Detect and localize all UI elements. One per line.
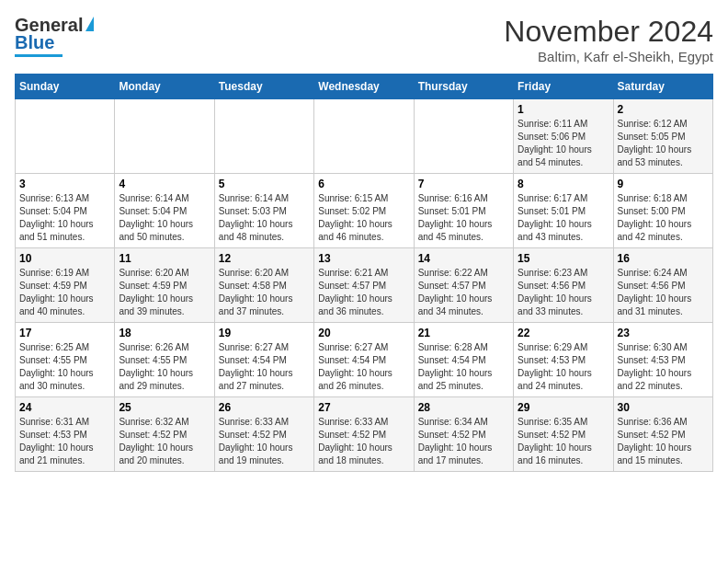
day-number: 30 (618, 401, 709, 414)
day-info: Sunrise: 6:14 AM Sunset: 5:03 PM Dayligh… (219, 192, 310, 244)
calendar-cell: 22Sunrise: 6:29 AM Sunset: 4:53 PM Dayli… (514, 323, 613, 397)
day-info: Sunrise: 6:34 AM Sunset: 4:52 PM Dayligh… (418, 416, 509, 467)
day-number: 3 (19, 178, 110, 190)
day-number: 23 (618, 327, 709, 339)
day-info: Sunrise: 6:27 AM Sunset: 4:54 PM Dayligh… (318, 341, 409, 393)
title-area: November 2024 Baltim, Kafr el-Sheikh, Eg… (504, 15, 713, 64)
day-info: Sunrise: 6:33 AM Sunset: 4:52 PM Dayligh… (318, 416, 409, 467)
day-number: 22 (518, 327, 609, 339)
weekday-header-thursday: Thursday (414, 75, 513, 99)
logo-triangle-icon (85, 17, 94, 31)
day-info: Sunrise: 6:27 AM Sunset: 4:54 PM Dayligh… (219, 341, 310, 393)
day-number: 27 (318, 401, 409, 414)
calendar-cell: 3Sunrise: 6:13 AM Sunset: 5:04 PM Daylig… (16, 174, 115, 248)
day-number: 24 (19, 401, 110, 414)
day-info: Sunrise: 6:13 AM Sunset: 5:04 PM Dayligh… (19, 192, 110, 244)
logo: General Blue (15, 15, 94, 57)
location-title: Baltim, Kafr el-Sheikh, Egypt (504, 49, 713, 64)
calendar-cell: 17Sunrise: 6:25 AM Sunset: 4:55 PM Dayli… (16, 323, 115, 397)
day-number: 14 (418, 252, 509, 265)
day-info: Sunrise: 6:21 AM Sunset: 4:57 PM Dayligh… (318, 267, 409, 318)
calendar-cell: 2Sunrise: 6:12 AM Sunset: 5:05 PM Daylig… (613, 99, 712, 174)
day-number: 26 (219, 401, 310, 414)
day-info: Sunrise: 6:18 AM Sunset: 5:00 PM Dayligh… (618, 192, 709, 244)
calendar-cell: 16Sunrise: 6:24 AM Sunset: 4:56 PM Dayli… (613, 248, 712, 323)
calendar-cell: 13Sunrise: 6:21 AM Sunset: 4:57 PM Dayli… (314, 248, 414, 323)
day-info: Sunrise: 6:22 AM Sunset: 4:57 PM Dayligh… (418, 267, 509, 318)
month-title: November 2024 (504, 15, 713, 49)
calendar-cell: 30Sunrise: 6:36 AM Sunset: 4:52 PM Dayli… (613, 397, 712, 472)
day-info: Sunrise: 6:19 AM Sunset: 4:59 PM Dayligh… (19, 267, 110, 318)
weekday-header-sunday: Sunday (16, 75, 115, 99)
day-info: Sunrise: 6:20 AM Sunset: 4:59 PM Dayligh… (119, 267, 210, 318)
calendar-cell: 24Sunrise: 6:31 AM Sunset: 4:53 PM Dayli… (16, 397, 115, 472)
calendar-cell: 10Sunrise: 6:19 AM Sunset: 4:59 PM Dayli… (16, 248, 115, 323)
day-info: Sunrise: 6:14 AM Sunset: 5:04 PM Dayligh… (119, 192, 210, 244)
day-info: Sunrise: 6:12 AM Sunset: 5:05 PM Dayligh… (618, 118, 709, 169)
day-info: Sunrise: 6:25 AM Sunset: 4:55 PM Dayligh… (19, 341, 110, 393)
calendar-cell: 27Sunrise: 6:33 AM Sunset: 4:52 PM Dayli… (314, 397, 414, 472)
day-number: 17 (19, 327, 110, 339)
day-number: 16 (618, 252, 709, 265)
calendar-cell: 19Sunrise: 6:27 AM Sunset: 4:54 PM Dayli… (214, 323, 313, 397)
day-info: Sunrise: 6:32 AM Sunset: 4:52 PM Dayligh… (119, 416, 210, 467)
calendar-table: SundayMondayTuesdayWednesdayThursdayFrid… (15, 74, 713, 472)
weekday-header-tuesday: Tuesday (214, 75, 313, 99)
day-number: 4 (119, 178, 210, 190)
day-info: Sunrise: 6:35 AM Sunset: 4:52 PM Dayligh… (518, 416, 609, 467)
day-info: Sunrise: 6:31 AM Sunset: 4:53 PM Dayligh… (19, 416, 110, 467)
calendar-cell: 14Sunrise: 6:22 AM Sunset: 4:57 PM Dayli… (414, 248, 513, 323)
day-number: 6 (318, 178, 409, 190)
calendar-cell: 28Sunrise: 6:34 AM Sunset: 4:52 PM Dayli… (414, 397, 513, 472)
logo-blue: Blue (15, 32, 54, 53)
day-info: Sunrise: 6:23 AM Sunset: 4:56 PM Dayligh… (518, 267, 609, 318)
day-number: 21 (418, 327, 509, 339)
calendar-cell: 15Sunrise: 6:23 AM Sunset: 4:56 PM Dayli… (514, 248, 613, 323)
day-number: 18 (119, 327, 210, 339)
calendar-cell (214, 99, 313, 174)
calendar-cell: 29Sunrise: 6:35 AM Sunset: 4:52 PM Dayli… (514, 397, 613, 472)
day-number: 10 (19, 252, 110, 265)
calendar-cell: 6Sunrise: 6:15 AM Sunset: 5:02 PM Daylig… (314, 174, 414, 248)
calendar-cell: 25Sunrise: 6:32 AM Sunset: 4:52 PM Dayli… (115, 397, 214, 472)
day-number: 7 (418, 178, 509, 190)
calendar-cell: 9Sunrise: 6:18 AM Sunset: 5:00 PM Daylig… (613, 174, 712, 248)
day-info: Sunrise: 6:28 AM Sunset: 4:54 PM Dayligh… (418, 341, 509, 393)
day-info: Sunrise: 6:11 AM Sunset: 5:06 PM Dayligh… (518, 118, 609, 169)
day-number: 9 (618, 178, 709, 190)
weekday-header-friday: Friday (514, 75, 613, 99)
day-number: 19 (219, 327, 310, 339)
calendar-cell: 23Sunrise: 6:30 AM Sunset: 4:53 PM Dayli… (613, 323, 712, 397)
day-info: Sunrise: 6:29 AM Sunset: 4:53 PM Dayligh… (518, 341, 609, 393)
calendar-cell: 20Sunrise: 6:27 AM Sunset: 4:54 PM Dayli… (314, 323, 414, 397)
day-info: Sunrise: 6:30 AM Sunset: 4:53 PM Dayligh… (618, 341, 709, 393)
calendar-cell: 12Sunrise: 6:20 AM Sunset: 4:58 PM Dayli… (214, 248, 313, 323)
day-number: 25 (119, 401, 210, 414)
day-number: 1 (518, 103, 609, 116)
day-number: 8 (518, 178, 609, 190)
day-info: Sunrise: 6:36 AM Sunset: 4:52 PM Dayligh… (618, 416, 709, 467)
day-number: 13 (318, 252, 409, 265)
calendar-cell: 8Sunrise: 6:17 AM Sunset: 5:01 PM Daylig… (514, 174, 613, 248)
calendar-cell: 1Sunrise: 6:11 AM Sunset: 5:06 PM Daylig… (514, 99, 613, 174)
calendar-cell: 5Sunrise: 6:14 AM Sunset: 5:03 PM Daylig… (214, 174, 313, 248)
weekday-header-wednesday: Wednesday (314, 75, 414, 99)
calendar-cell: 4Sunrise: 6:14 AM Sunset: 5:04 PM Daylig… (115, 174, 214, 248)
day-number: 15 (518, 252, 609, 265)
calendar-cell: 18Sunrise: 6:26 AM Sunset: 4:55 PM Dayli… (115, 323, 214, 397)
weekday-header-monday: Monday (115, 75, 214, 99)
calendar-cell (16, 99, 115, 174)
day-number: 29 (518, 401, 609, 414)
calendar-cell (115, 99, 214, 174)
calendar-cell: 7Sunrise: 6:16 AM Sunset: 5:01 PM Daylig… (414, 174, 513, 248)
day-info: Sunrise: 6:16 AM Sunset: 5:01 PM Dayligh… (418, 192, 509, 244)
day-info: Sunrise: 6:26 AM Sunset: 4:55 PM Dayligh… (119, 341, 210, 393)
day-number: 28 (418, 401, 509, 414)
day-number: 11 (119, 252, 210, 265)
day-info: Sunrise: 6:15 AM Sunset: 5:02 PM Dayligh… (318, 192, 409, 244)
weekday-header-saturday: Saturday (613, 75, 712, 99)
day-number: 20 (318, 327, 409, 339)
day-number: 5 (219, 178, 310, 190)
calendar-cell (414, 99, 513, 174)
calendar-cell: 21Sunrise: 6:28 AM Sunset: 4:54 PM Dayli… (414, 323, 513, 397)
